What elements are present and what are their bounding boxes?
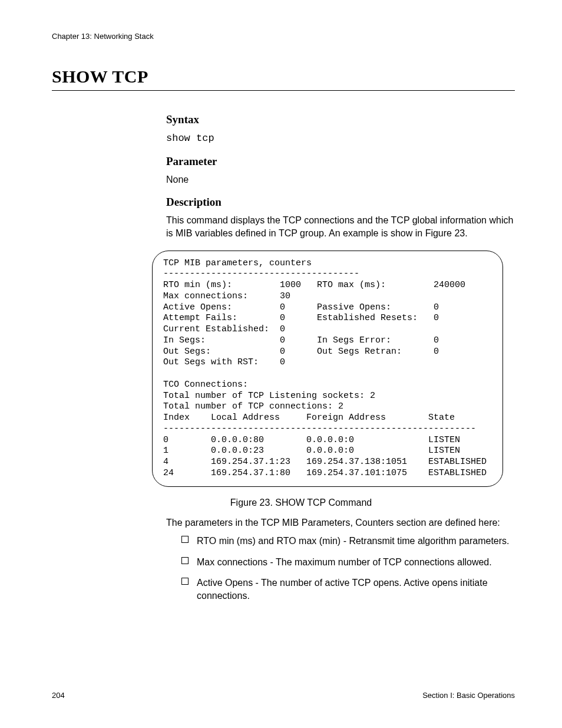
bullet-icon	[181, 536, 189, 543]
list-item: RTO min (ms) and RTO max (min) - Retrans…	[181, 535, 515, 548]
figure-output-box: TCP MIB parameters, counters -----------…	[152, 251, 503, 487]
post-figure-paragraph: The parameters in the TCP MIB Parameters…	[166, 516, 515, 529]
description-body: This command displays the TCP connection…	[166, 214, 515, 239]
bullet-icon	[181, 557, 189, 564]
list-item: Active Opens - The number of active TCP …	[181, 577, 515, 602]
page-title: SHOW TCP	[52, 67, 515, 91]
parameter-heading: Parameter	[166, 154, 515, 169]
list-item-text: RTO min (ms) and RTO max (min) - Retrans…	[197, 536, 510, 546]
page-number: 204	[52, 691, 65, 700]
syntax-heading: Syntax	[166, 112, 515, 127]
figure-caption: Figure 23. SHOW TCP Command	[87, 498, 515, 508]
bullet-icon	[181, 578, 189, 585]
syntax-command: show tcp	[166, 132, 515, 146]
footer-section: Section I: Basic Operations	[422, 691, 515, 700]
chapter-header: Chapter 13: Networking Stack	[52, 32, 515, 41]
description-heading: Description	[166, 195, 515, 210]
list-item-text: Active Opens - The number of active TCP …	[197, 578, 488, 601]
parameter-body: None	[166, 173, 515, 186]
list-item: Max connections - The maximum number of …	[181, 556, 515, 569]
list-item-text: Max connections - The maximum number of …	[197, 557, 492, 567]
page-footer: 204 Section I: Basic Operations	[52, 691, 515, 700]
parameter-definitions-list: RTO min (ms) and RTO max (min) - Retrans…	[181, 535, 515, 602]
